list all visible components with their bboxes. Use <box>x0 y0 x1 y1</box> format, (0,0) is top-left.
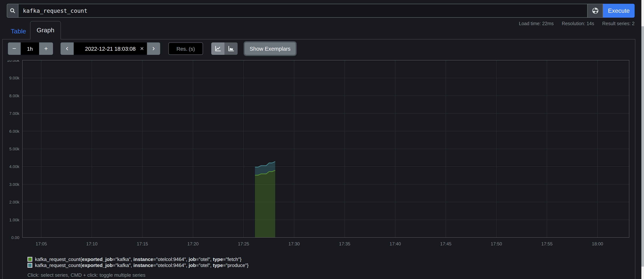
range-decrease-button[interactable]: − <box>8 42 21 55</box>
y-tick-label: 3.00k <box>9 182 20 187</box>
prometheus-expression-browser: Execute Load time: 22ms Resolution: 14s … <box>0 0 644 279</box>
execute-button[interactable]: Execute <box>603 4 634 18</box>
query-input[interactable] <box>18 4 588 18</box>
tab-table[interactable]: Table <box>7 28 30 35</box>
range-increase-button[interactable]: + <box>39 42 53 55</box>
graph-canvas[interactable]: 0.001.00k2.00k3.00k4.00k5.00k6.00k7.00k8… <box>3 60 635 255</box>
globe-icon <box>592 7 599 14</box>
y-tick-label: 4.00k <box>9 164 20 169</box>
y-tick-label: 6.00k <box>9 129 20 134</box>
x-tick-label: 17:35 <box>339 241 350 246</box>
metrics-explorer-button[interactable] <box>588 4 603 18</box>
y-tick-label: 2.00k <box>9 200 20 205</box>
end-time-picker: ‹ 2022-12-21 18:03:08 ✕ › <box>60 42 160 55</box>
load-time: Load time: 22ms <box>519 21 554 26</box>
legend-item[interactable]: kafka_request_count{exported_job="kafka"… <box>28 262 248 268</box>
stacked-chart-button[interactable] <box>224 42 238 55</box>
x-tick-label: 17:30 <box>288 241 300 246</box>
line-chart-icon <box>215 45 221 52</box>
end-time-value: 2022-12-21 18:03:08 <box>85 46 136 52</box>
show-exemplars-button[interactable]: Show Exemplars <box>245 42 296 55</box>
end-time-input[interactable]: 2022-12-21 18:03:08 ✕ <box>74 42 147 55</box>
y-tick-label: 7.00k <box>9 111 20 116</box>
chart-type-toggle <box>211 42 238 55</box>
x-tick-label: 17:15 <box>137 241 148 246</box>
legend-series-label: kafka_request_count{exported_job="kafka"… <box>35 262 248 268</box>
legend-swatch <box>28 257 32 262</box>
y-tick-label: 1.00k <box>9 218 20 222</box>
x-tick-label: 17:45 <box>440 241 452 246</box>
legend: kafka_request_count{exported_job="kafka"… <box>28 256 248 268</box>
line-chart-button[interactable] <box>211 42 224 55</box>
range-stepper: − + <box>8 42 53 55</box>
legend-hint: Click: select series, CMD + click: toggl… <box>28 272 146 278</box>
page-scrollbar[interactable] <box>641 0 644 279</box>
query-bar: Execute <box>7 4 634 18</box>
scrollbar-thumb[interactable] <box>641 26 644 267</box>
search-icon <box>7 4 18 18</box>
stacked-chart-icon <box>228 45 234 52</box>
x-tick-label: 17:25 <box>238 241 249 246</box>
y-tick-label: 0.00 <box>11 235 19 240</box>
resolution-input[interactable] <box>168 42 203 55</box>
y-tick-label: 5.00k <box>9 147 20 151</box>
x-tick-label: 17:40 <box>390 241 401 246</box>
area-fetch <box>255 170 275 238</box>
query-stats: Load time: 22ms Resolution: 14s Result s… <box>512 21 634 26</box>
x-tick-label: 17:05 <box>36 241 47 246</box>
x-tick-label: 18:00 <box>592 241 603 246</box>
time-back-button[interactable]: ‹ <box>60 42 74 55</box>
range-input[interactable] <box>21 42 39 55</box>
legend-series-label: kafka_request_count{exported_job="kafka"… <box>35 256 242 262</box>
x-tick-label: 17:20 <box>188 241 199 246</box>
y-tick-label: 8.00k <box>9 93 20 98</box>
y-tick-label: 10.00k <box>7 60 20 63</box>
resolution: Resolution: 14s <box>562 21 594 26</box>
legend-item[interactable]: kafka_request_count{exported_job="kafka"… <box>28 256 248 262</box>
graph-panel: − + ‹ 2022-12-21 18:03:08 ✕ › <box>2 39 635 279</box>
x-tick-label: 17:55 <box>541 241 553 246</box>
time-forward-button[interactable]: › <box>147 42 160 55</box>
x-tick-label: 17:10 <box>86 241 98 246</box>
x-tick-label: 17:50 <box>491 241 502 246</box>
tab-graph[interactable]: Graph <box>30 21 61 39</box>
clear-time-icon[interactable]: ✕ <box>140 46 144 51</box>
y-tick-label: 9.00k <box>9 76 20 80</box>
result-series: Result series: 2 <box>602 21 634 26</box>
legend-swatch <box>28 263 32 268</box>
